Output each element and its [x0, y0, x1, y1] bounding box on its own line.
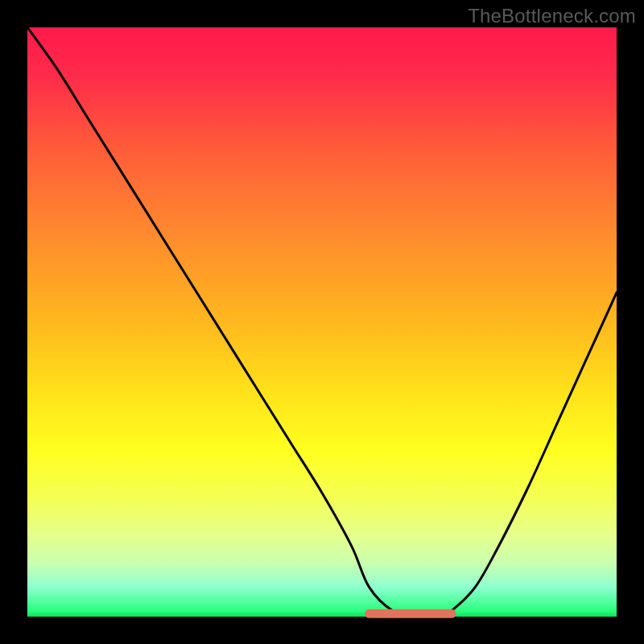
- plot-area: [27, 27, 617, 617]
- bottleneck-chart: [0, 0, 644, 644]
- chart-container: TheBottleneck.com: [0, 0, 644, 644]
- watermark-text: TheBottleneck.com: [468, 5, 636, 27]
